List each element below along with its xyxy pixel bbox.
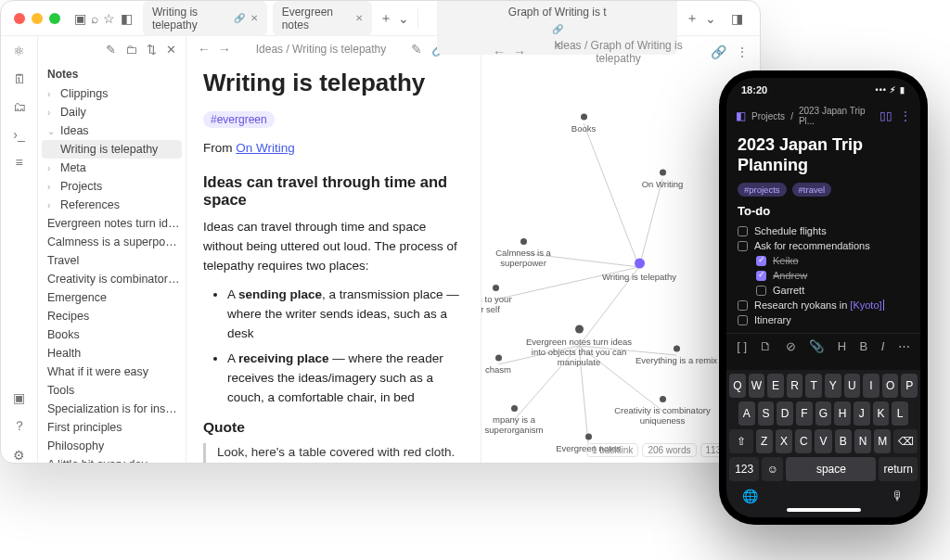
key-h[interactable]: H (834, 401, 851, 426)
checkbox[interactable] (756, 271, 766, 281)
key-w[interactable]: W (749, 374, 765, 398)
help-icon[interactable]: ？ (13, 418, 26, 435)
key-backspace[interactable]: ⌫ (893, 429, 918, 453)
breadcrumb[interactable]: Ideas / Graph of Writing is telepathy (535, 39, 701, 65)
graph-canvas[interactable]: Books On Writing Calmness is a superpowe… (481, 68, 760, 463)
sidebar-toggle-icon[interactable]: ▣ (73, 8, 87, 29)
new-folder-icon[interactable]: 🗀 (125, 43, 137, 57)
key-l[interactable]: L (892, 401, 908, 426)
tree-item[interactable]: Philosophy (38, 437, 186, 455)
todo-item[interactable]: Itinerary (738, 312, 909, 327)
graph-icon[interactable]: ⚛ (13, 44, 25, 58)
tab-menu-right[interactable]: ⌄ (700, 8, 721, 29)
tree-item[interactable]: ›Daily (38, 103, 186, 121)
home-indicator[interactable] (787, 508, 861, 512)
key-emoji[interactable]: ☺ (762, 457, 783, 481)
minimize-window-button[interactable] (32, 13, 43, 24)
tab-evergreen[interactable]: Evergreen notes ✕ (273, 1, 372, 36)
tree-item[interactable]: Emergence (38, 288, 186, 307)
key-n[interactable]: N (854, 429, 871, 453)
terminal-icon[interactable]: ›_ (13, 127, 24, 142)
tree-item[interactable]: ›Clippings (38, 84, 186, 103)
checkbox[interactable] (738, 300, 748, 311)
brackets-icon[interactable]: [ ] (737, 339, 747, 353)
tab-writing[interactable]: Writing is telepathy 🔗 ✕ (143, 1, 267, 36)
tree-item[interactable]: Travel (38, 251, 186, 270)
tag-icon[interactable]: ⊘ (786, 339, 796, 353)
checkbox[interactable] (756, 286, 766, 296)
key-d[interactable]: D (777, 401, 793, 426)
tree-item[interactable]: Calmness is a superpower (38, 233, 186, 251)
italic-icon[interactable]: I (881, 339, 885, 353)
more-format-icon[interactable]: ⋯ (898, 339, 910, 353)
close-icon[interactable]: ✕ (250, 13, 258, 23)
tree-item[interactable]: Health (38, 344, 186, 363)
tag-evergreen[interactable]: #evergreen (203, 111, 275, 128)
tab-menu-button[interactable]: ⌄ (395, 8, 413, 29)
file-icon[interactable]: 🗋 (760, 339, 772, 353)
nav-back-button[interactable]: ← (493, 45, 506, 59)
link[interactable]: [Kyoto] (850, 299, 883, 311)
nav-back-button[interactable]: ← (198, 42, 211, 57)
key-k[interactable]: K (873, 401, 890, 426)
key-f[interactable]: F (796, 401, 813, 426)
crumb-parent[interactable]: Projects (751, 111, 785, 121)
calendar-icon[interactable]: 🗓 (13, 71, 26, 86)
bold-icon[interactable]: B (860, 339, 868, 353)
files-icon[interactable]: 🗂 (13, 99, 26, 114)
crumb-current[interactable]: 2023 Japan Trip Pl... (799, 106, 874, 126)
tree-item[interactable]: What if it were easy (38, 363, 186, 381)
breadcrumb[interactable]: Ideas / Writing is telepathy (240, 43, 402, 56)
tree-item[interactable]: ›Projects (38, 177, 186, 196)
close-window-button[interactable] (14, 13, 25, 24)
new-tab-button-2[interactable]: ＋ (683, 8, 700, 29)
key-v[interactable]: V (815, 429, 831, 453)
tree-item[interactable]: ⌄Ideas (38, 121, 186, 140)
checkbox[interactable] (738, 226, 748, 236)
link-icon[interactable]: 🔗 (711, 45, 726, 59)
tree-item[interactable]: Specialization is for insects (38, 400, 186, 418)
new-note-icon[interactable]: ✎ (106, 43, 116, 57)
tag-pill[interactable]: #travel (792, 183, 832, 197)
more-icon[interactable]: ⋮ (736, 45, 749, 59)
key-s[interactable]: S (758, 401, 775, 426)
settings-icon[interactable]: ⚙ (13, 448, 25, 463)
document-body[interactable]: Writing is telepathy #evergreen From On … (186, 61, 481, 463)
todo-item[interactable]: Keiko (738, 253, 909, 268)
nav-forward-button[interactable]: → (513, 45, 526, 59)
maximize-window-button[interactable] (49, 13, 60, 24)
nav-forward-button[interactable]: → (218, 42, 231, 57)
tree-item[interactable]: A little bit every day (38, 455, 186, 463)
tree-item[interactable]: Books (38, 325, 186, 344)
key-i[interactable]: I (863, 374, 879, 398)
tree-item[interactable]: Creativity is combinatory u... (38, 270, 186, 288)
key-p[interactable]: P (901, 374, 918, 398)
attach-icon[interactable]: 📎 (809, 339, 824, 353)
key-y[interactable]: Y (825, 374, 841, 398)
todo-item[interactable]: Garrett (738, 283, 909, 298)
key-u[interactable]: U (844, 374, 861, 398)
search-icon[interactable]: ⌕ (87, 8, 101, 29)
key-e[interactable]: E (767, 374, 784, 398)
archive-icon[interactable]: ▣ (13, 390, 25, 405)
tree-item[interactable]: ›References (38, 196, 186, 214)
globe-icon[interactable]: 🌐 (742, 489, 758, 503)
key-space[interactable]: space (786, 457, 876, 481)
key-b[interactable]: B (835, 429, 852, 453)
todo-item[interactable]: Schedule flights (738, 223, 909, 238)
key-z[interactable]: Z (756, 429, 773, 453)
key-m[interactable]: M (874, 429, 891, 453)
key-return[interactable]: return (879, 457, 918, 481)
layers-icon[interactable]: ≡ (15, 155, 22, 170)
todo-item[interactable]: Andrew (738, 268, 909, 283)
panels-icon[interactable]: ◧ (120, 8, 134, 29)
tree-item[interactable]: First principles (38, 418, 186, 437)
key-a[interactable]: A (738, 401, 755, 426)
tree-item[interactable]: Recipes (38, 307, 186, 325)
new-tab-button[interactable]: ＋ (378, 8, 395, 29)
key-q[interactable]: Q (729, 374, 746, 398)
book-icon[interactable]: ▯▯ (879, 109, 892, 122)
star-icon[interactable]: ☆ (101, 8, 115, 29)
todo-item[interactable]: Ask for recommendations (738, 238, 909, 253)
sort-icon[interactable]: ⇅ (147, 43, 157, 57)
